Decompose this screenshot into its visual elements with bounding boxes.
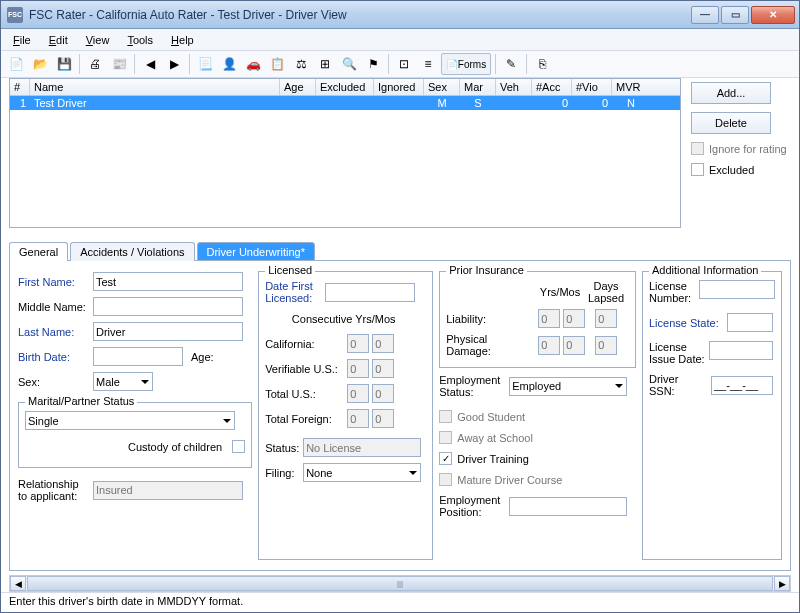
tab-general[interactable]: General <box>9 242 68 261</box>
tab-accidents[interactable]: Accidents / Violations <box>70 242 194 261</box>
print-icon[interactable]: 🖨 <box>84 53 106 75</box>
edit-icon[interactable]: ✎ <box>500 53 522 75</box>
car-icon[interactable]: 🚗 <box>242 53 264 75</box>
lic-num-input[interactable] <box>699 280 775 299</box>
col-excluded[interactable]: Excluded <box>316 79 374 95</box>
menu-help[interactable]: Help <box>163 32 202 48</box>
yrs-mos-header: Yrs/Mos <box>537 286 587 298</box>
liab-days-input[interactable] <box>595 309 617 328</box>
ca-mos-input[interactable] <box>372 334 394 353</box>
checkbox-icon[interactable]: ✓ <box>439 452 452 465</box>
pd-days-input[interactable] <box>595 336 617 355</box>
clipboard-icon[interactable]: 📋 <box>266 53 288 75</box>
tab-underwriting[interactable]: Driver Underwriting* <box>197 242 315 261</box>
close-button[interactable]: ✕ <box>751 6 795 24</box>
col-acc[interactable]: #Acc <box>532 79 572 95</box>
custody-label: Custody of children <box>128 441 226 453</box>
save-icon[interactable]: 💾 <box>53 53 75 75</box>
scroll-right-button[interactable]: ▶ <box>774 576 790 591</box>
menubar: File Edit View Tools Help <box>1 29 799 50</box>
tforeign-yrs-input[interactable] <box>347 409 369 428</box>
scroll-left-button[interactable]: ◀ <box>10 576 26 591</box>
print-preview-icon[interactable]: 📰 <box>108 53 130 75</box>
app-icon: FSC <box>7 7 23 23</box>
pd-yrs-input[interactable] <box>538 336 560 355</box>
minimize-button[interactable]: — <box>691 6 719 24</box>
breakdown-icon[interactable]: ⊞ <box>314 53 336 75</box>
document-icon[interactable]: 📃 <box>194 53 216 75</box>
filing-select[interactable]: None <box>303 463 421 482</box>
lookup-icon[interactable]: 🔍 <box>338 53 360 75</box>
last-name-input[interactable] <box>93 322 243 341</box>
table-row[interactable]: 1 Test Driver M S 0 0 N <box>10 96 680 110</box>
lic-num-label: License Number: <box>649 280 699 304</box>
lic-state-input[interactable] <box>727 313 773 332</box>
excluded-checkbox[interactable]: Excluded <box>691 163 791 176</box>
liab-mos-input[interactable] <box>563 309 585 328</box>
birth-date-label: Birth Date: <box>18 351 93 363</box>
new-icon[interactable]: 📄 <box>5 53 27 75</box>
scroll-thumb[interactable]: ||| <box>27 576 773 591</box>
col-mar[interactable]: Mar <box>460 79 496 95</box>
employment-select[interactable]: Employed <box>509 377 627 396</box>
flag-icon[interactable]: ⚑ <box>362 53 384 75</box>
col-ignored[interactable]: Ignored <box>374 79 424 95</box>
status-label: Status: <box>265 442 303 454</box>
date-licensed-input[interactable] <box>325 283 415 302</box>
grid-header: # Name Age Excluded Ignored Sex Mar Veh … <box>10 79 680 96</box>
col-vio[interactable]: #Vio <box>572 79 612 95</box>
liab-yrs-input[interactable] <box>538 309 560 328</box>
birth-date-input[interactable] <box>93 347 183 366</box>
additional-info-group: Additional Information License Number: L… <box>642 271 782 560</box>
first-name-input[interactable] <box>93 272 243 291</box>
ca-yrs-input[interactable] <box>347 334 369 353</box>
col-num[interactable]: # <box>10 79 30 95</box>
maximize-button[interactable]: ▭ <box>721 6 749 24</box>
exit-icon[interactable]: ⎘ <box>531 53 553 75</box>
vus-yrs-input[interactable] <box>347 359 369 378</box>
relationship-select[interactable]: Insured <box>93 481 243 500</box>
lic-date-input[interactable] <box>709 341 773 360</box>
delete-button[interactable]: Delete <box>691 112 771 134</box>
col-age[interactable]: Age <box>280 79 316 95</box>
col-mvr[interactable]: MVR <box>612 79 650 95</box>
add-button[interactable]: Add... <box>691 82 771 104</box>
col-sex[interactable]: Sex <box>424 79 460 95</box>
checkbox-icon <box>439 410 452 423</box>
emp-position-input[interactable] <box>509 497 627 516</box>
menu-file[interactable]: File <box>5 32 39 48</box>
ssn-input[interactable] <box>711 376 773 395</box>
scales-icon[interactable]: ⚖ <box>290 53 312 75</box>
vus-mos-input[interactable] <box>372 359 394 378</box>
middle-name-input[interactable] <box>93 297 243 316</box>
horizontal-scrollbar[interactable]: ◀ ||| ▶ <box>9 575 791 592</box>
away-school-checkbox: Away at School <box>439 431 636 444</box>
checkbox-icon <box>439 473 452 486</box>
drivers-grid[interactable]: # Name Age Excluded Ignored Sex Mar Veh … <box>9 78 681 228</box>
marital-group: Marital/Partner Status Single Custody of… <box>18 402 252 468</box>
tab-panel-general: First Name: Middle Name: Last Name: Birt… <box>9 260 791 571</box>
tus-yrs-input[interactable] <box>347 384 369 403</box>
col-veh[interactable]: Veh <box>496 79 532 95</box>
person-icon[interactable]: 👤 <box>218 53 240 75</box>
sex-select[interactable]: Male <box>93 372 153 391</box>
liability-label: Liability: <box>446 313 538 325</box>
calc-icon[interactable]: ⊡ <box>393 53 415 75</box>
next-icon[interactable]: ▶ <box>163 53 185 75</box>
prev-icon[interactable]: ◀ <box>139 53 161 75</box>
col-name[interactable]: Name <box>30 79 280 95</box>
driver-training-checkbox[interactable]: ✓Driver Training <box>439 452 636 465</box>
custody-checkbox[interactable] <box>232 440 245 453</box>
menu-view[interactable]: View <box>78 32 118 48</box>
open-icon[interactable]: 📂 <box>29 53 51 75</box>
compare-icon[interactable]: ≡ <box>417 53 439 75</box>
checkbox-icon[interactable] <box>691 163 704 176</box>
status-select[interactable]: No License <box>303 438 421 457</box>
marital-select[interactable]: Single <box>25 411 235 430</box>
menu-edit[interactable]: Edit <box>41 32 76 48</box>
forms-button[interactable]: 📄Forms <box>441 53 491 75</box>
tforeign-mos-input[interactable] <box>372 409 394 428</box>
menu-tools[interactable]: Tools <box>119 32 161 48</box>
tus-mos-input[interactable] <box>372 384 394 403</box>
pd-mos-input[interactable] <box>563 336 585 355</box>
